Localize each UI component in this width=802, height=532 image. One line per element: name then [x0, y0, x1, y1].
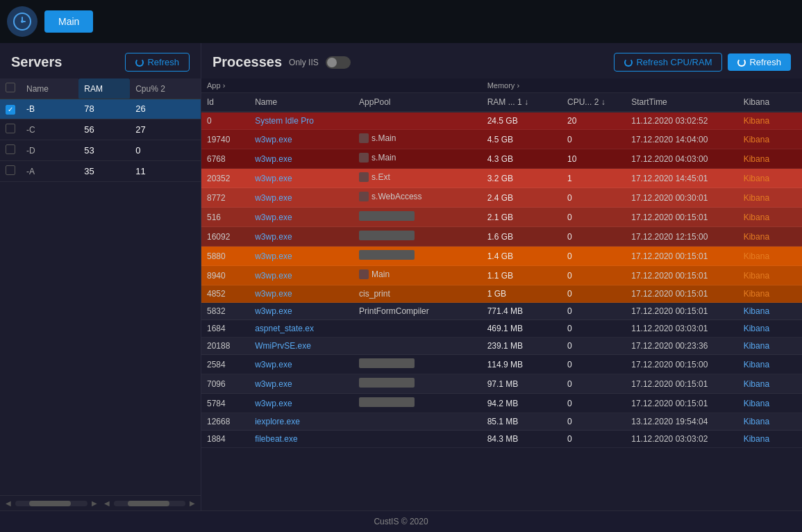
- kibana-link[interactable]: Kibana: [744, 324, 769, 333]
- kibana-link[interactable]: Kibana: [744, 306, 769, 316]
- proc-name[interactable]: w3wp.exe: [249, 149, 353, 169]
- server-row[interactable]: -C 56 27: [0, 119, 201, 140]
- kibana-link[interactable]: Kibana: [744, 360, 769, 369]
- proc-name-link[interactable]: w3wp.exe: [255, 399, 292, 408]
- kibana-link[interactable]: Kibana: [744, 154, 769, 164]
- server-checkbox[interactable]: [6, 124, 15, 133]
- proc-name-link[interactable]: w3wp.exe: [255, 271, 292, 281]
- proc-name[interactable]: w3wp.exe: [249, 303, 353, 320]
- proc-name[interactable]: w3wp.exe: [249, 227, 353, 247]
- proc-name-link[interactable]: w3wp.exe: [255, 289, 292, 299]
- proc-name[interactable]: filebeat.exe: [249, 431, 353, 448]
- proc-kibana[interactable]: Kibana: [738, 374, 802, 394]
- col-header-ram[interactable]: RAM ... 1 ↓: [482, 93, 562, 113]
- proc-kibana[interactable]: Kibana: [738, 169, 802, 188]
- proc-kibana[interactable]: Kibana: [738, 285, 802, 303]
- proc-name[interactable]: w3wp.exe: [249, 394, 353, 413]
- proc-name[interactable]: WmiPrvSE.exe: [249, 338, 353, 355]
- proc-kibana[interactable]: Kibana: [738, 266, 802, 285]
- scroll-thumb2[interactable]: [128, 501, 169, 506]
- col-header-start[interactable]: StartTime: [626, 93, 737, 113]
- servers-refresh-button[interactable]: Refresh: [125, 53, 190, 72]
- proc-name-link[interactable]: System Idle Pro: [255, 116, 314, 126]
- col-header-kibana[interactable]: Kibana: [738, 93, 802, 113]
- proc-kibana[interactable]: Kibana: [738, 247, 802, 266]
- server-checkbox[interactable]: [6, 105, 15, 115]
- proc-name-link[interactable]: filebeat.exe: [255, 434, 297, 444]
- scroll-right2-icon[interactable]: ▶: [187, 499, 198, 507]
- proc-name-link[interactable]: w3wp.exe: [255, 379, 292, 389]
- kibana-link[interactable]: Kibana: [744, 174, 769, 183]
- refresh-cpu-ram-button[interactable]: Refresh CPU/RAM: [614, 53, 722, 72]
- server-checkbox[interactable]: [6, 165, 15, 175]
- server-row[interactable]: -A 35 11: [0, 160, 201, 181]
- proc-name-link[interactable]: w3wp.exe: [255, 360, 292, 369]
- kibana-link[interactable]: Kibana: [744, 271, 769, 281]
- proc-name-link[interactable]: iexplore.exe: [255, 417, 300, 426]
- kibana-link[interactable]: Kibana: [744, 251, 769, 261]
- memory-group-header[interactable]: Memory ›: [482, 78, 562, 93]
- kibana-link[interactable]: Kibana: [744, 116, 769, 126]
- proc-name-link[interactable]: w3wp.exe: [255, 154, 292, 164]
- proc-name-link[interactable]: w3wp.exe: [255, 193, 292, 203]
- kibana-link[interactable]: Kibana: [744, 379, 769, 389]
- proc-name-link[interactable]: w3wp.exe: [255, 213, 292, 222]
- proc-name-link[interactable]: WmiPrvSE.exe: [255, 341, 311, 351]
- col-header-cpu[interactable]: CPU... 2 ↓: [562, 93, 626, 113]
- proc-name[interactable]: w3wp.exe: [249, 374, 353, 394]
- proc-name[interactable]: w3wp.exe: [249, 266, 353, 285]
- main-tab[interactable]: Main: [44, 10, 93, 33]
- proc-kibana[interactable]: Kibana: [738, 112, 802, 130]
- proc-name[interactable]: w3wp.exe: [249, 208, 353, 227]
- scroll-left-icon[interactable]: ◀: [3, 499, 14, 507]
- server-checkbox[interactable]: [6, 144, 15, 154]
- col-header-apppool[interactable]: AppPool: [353, 93, 482, 113]
- proc-name[interactable]: iexplore.exe: [249, 413, 353, 431]
- kibana-link[interactable]: Kibana: [744, 213, 769, 222]
- col-header-id[interactable]: Id: [201, 93, 249, 113]
- server-row[interactable]: -B 78 26: [0, 99, 201, 119]
- proc-kibana[interactable]: Kibana: [738, 355, 802, 374]
- proc-kibana[interactable]: Kibana: [738, 338, 802, 355]
- proc-name-link[interactable]: aspnet_state.ex: [255, 324, 314, 333]
- processes-table-wrapper[interactable]: App › Memory › Id Name AppPool RAM ... 1…: [201, 78, 802, 510]
- proc-name[interactable]: aspnet_state.ex: [249, 320, 353, 338]
- processes-refresh-button[interactable]: Refresh: [728, 53, 791, 71]
- proc-name[interactable]: w3wp.exe: [249, 247, 353, 266]
- scroll-thumb[interactable]: [29, 501, 71, 506]
- proc-name[interactable]: System Idle Pro: [249, 112, 353, 130]
- proc-kibana[interactable]: Kibana: [738, 303, 802, 320]
- proc-kibana[interactable]: Kibana: [738, 431, 802, 448]
- server-row[interactable]: -D 53 0: [0, 140, 201, 160]
- kibana-link[interactable]: Kibana: [744, 399, 769, 408]
- proc-name[interactable]: w3wp.exe: [249, 188, 353, 208]
- app-group-header[interactable]: App ›: [201, 78, 482, 93]
- proc-name[interactable]: w3wp.exe: [249, 169, 353, 188]
- proc-kibana[interactable]: Kibana: [738, 413, 802, 431]
- scroll-left2-icon[interactable]: ◀: [101, 499, 112, 507]
- kibana-link[interactable]: Kibana: [744, 417, 769, 426]
- col-header-name[interactable]: Name: [249, 93, 353, 113]
- kibana-link[interactable]: Kibana: [744, 193, 769, 203]
- proc-name[interactable]: w3wp.exe: [249, 355, 353, 374]
- proc-kibana[interactable]: Kibana: [738, 227, 802, 247]
- proc-kibana[interactable]: Kibana: [738, 208, 802, 227]
- proc-name-link[interactable]: w3wp.exe: [255, 251, 292, 261]
- proc-kibana[interactable]: Kibana: [738, 149, 802, 169]
- kibana-link[interactable]: Kibana: [744, 232, 769, 242]
- kibana-link[interactable]: Kibana: [744, 289, 769, 299]
- proc-name-link[interactable]: w3wp.exe: [255, 174, 292, 183]
- kibana-link[interactable]: Kibana: [744, 135, 769, 144]
- proc-kibana[interactable]: Kibana: [738, 394, 802, 413]
- proc-name-link[interactable]: w3wp.exe: [255, 232, 292, 242]
- proc-name[interactable]: w3wp.exe: [249, 285, 353, 303]
- kibana-link[interactable]: Kibana: [744, 341, 769, 351]
- proc-kibana[interactable]: Kibana: [738, 188, 802, 208]
- proc-name[interactable]: w3wp.exe: [249, 130, 353, 149]
- proc-name-link[interactable]: w3wp.exe: [255, 306, 292, 316]
- only-iis-toggle[interactable]: [326, 56, 351, 69]
- proc-kibana[interactable]: Kibana: [738, 320, 802, 338]
- select-all-checkbox[interactable]: [6, 83, 15, 92]
- kibana-link[interactable]: Kibana: [744, 434, 769, 444]
- proc-kibana[interactable]: Kibana: [738, 130, 802, 149]
